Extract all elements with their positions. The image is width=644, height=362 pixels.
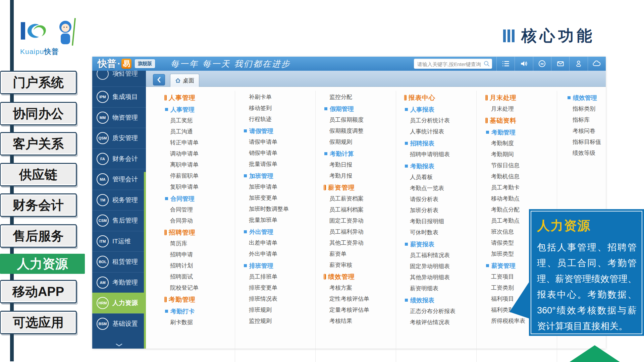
menu-item[interactable]: 考勤月报 bbox=[324, 170, 401, 181]
left-nav-item-4[interactable]: 供应链 bbox=[0, 163, 77, 186]
menu-item[interactable]: 行程轨迹 bbox=[243, 114, 320, 125]
menu-item[interactable]: 移动签到 bbox=[243, 103, 320, 114]
left-nav-item-5[interactable]: 财务会计 bbox=[0, 193, 77, 217]
left-nav-item-9[interactable]: 可选应用 bbox=[0, 311, 77, 334]
menu-item[interactable]: 招聘申请明细表 bbox=[404, 149, 481, 160]
menu-item[interactable]: 刷卡数据 bbox=[164, 317, 241, 328]
menu-subsection[interactable]: 假期管理 bbox=[324, 103, 401, 114]
menu-item[interactable]: 员工假期额度 bbox=[324, 114, 401, 125]
menu-item[interactable]: 考核问卷 bbox=[567, 125, 644, 136]
module-item-MM[interactable]: MM物资管理 bbox=[92, 107, 146, 128]
menu-item[interactable]: 定量考核评估单 bbox=[324, 304, 401, 315]
menu-item[interactable]: 考勤期间 bbox=[485, 149, 562, 160]
menu-item[interactable]: 外出申请单 bbox=[243, 248, 320, 259]
search-input[interactable] bbox=[417, 59, 482, 69]
menu-subsection[interactable]: 人事管理 bbox=[164, 104, 241, 115]
menu-item[interactable]: 薪资明细表 bbox=[404, 283, 481, 294]
menu-subsection[interactable]: 考勤打卡 bbox=[164, 306, 241, 317]
user-icon[interactable] bbox=[569, 57, 587, 71]
menu-item[interactable]: 其他工资异动 bbox=[324, 237, 401, 248]
menu-item[interactable]: 批量请假单 bbox=[243, 159, 320, 170]
menu-item[interactable]: 其他异动明细表 bbox=[404, 272, 481, 283]
menu-subsection[interactable]: 薪资报表 bbox=[404, 239, 481, 250]
menu-item[interactable]: 加班时数调整单 bbox=[243, 203, 320, 215]
menu-item[interactable]: 员工排班单 bbox=[243, 271, 320, 282]
menu-item[interactable]: 人员看板 bbox=[404, 172, 481, 183]
menu-item[interactable]: 固定工资异动 bbox=[324, 215, 401, 226]
left-nav-item-1[interactable]: 门户系统 bbox=[0, 71, 77, 94]
module-item-ITM[interactable]: ITMIT运维 bbox=[92, 231, 146, 252]
module-item-QSM[interactable]: QSM质安管理 bbox=[92, 128, 146, 148]
menu-item[interactable]: 考勤点一览表 bbox=[404, 183, 481, 194]
menu-item[interactable]: 复职申请单 bbox=[164, 181, 241, 192]
menu-item[interactable]: 考勤制度 bbox=[485, 138, 562, 149]
menu-subsection[interactable]: 请假管理 bbox=[243, 125, 320, 136]
menu-item[interactable]: 员工福利情况表 bbox=[404, 250, 481, 261]
menu-list-icon[interactable] bbox=[496, 57, 515, 71]
left-nav-item-8[interactable]: 移动APP bbox=[0, 280, 77, 303]
menu-item[interactable]: 员工奖惩 bbox=[164, 115, 241, 126]
menu-item[interactable]: 停薪留职单 bbox=[164, 170, 241, 181]
im-icon[interactable]: IM bbox=[533, 57, 551, 71]
menu-subsection[interactable]: 绩效管理 bbox=[567, 92, 644, 103]
menu-item[interactable]: 招聘申请 bbox=[164, 249, 241, 260]
menu-item[interactable]: 月末处理 bbox=[485, 103, 562, 114]
menu-item[interactable]: 监控分配 bbox=[324, 92, 401, 103]
menu-item[interactable]: 薪资单 bbox=[324, 248, 401, 259]
menu-item[interactable]: 招聘计划 bbox=[164, 260, 241, 271]
left-nav-item-3[interactable]: 客户关系 bbox=[0, 132, 77, 156]
menu-item[interactable]: 假期额度调整 bbox=[324, 125, 401, 136]
menu-item[interactable]: 绩效等级 bbox=[567, 147, 644, 159]
module-scroll-down-icon[interactable] bbox=[92, 343, 146, 347]
menu-item[interactable]: 考核方案 bbox=[324, 282, 401, 293]
menu-subsection[interactable]: 考勤报表 bbox=[404, 161, 481, 172]
module-item-IPM[interactable]: IPM集成项目 bbox=[92, 86, 146, 107]
menu-item[interactable]: 简历库 bbox=[164, 238, 241, 249]
menu-item[interactable]: 调动申请单 bbox=[164, 148, 241, 159]
module-scroll-up-icon[interactable] bbox=[92, 72, 146, 75]
menu-item[interactable]: 员工考勤卡 bbox=[485, 182, 562, 193]
menu-item[interactable]: 招聘面试 bbox=[164, 271, 241, 282]
menu-item[interactable]: 正态分布分析报表 bbox=[404, 306, 481, 317]
menu-item[interactable]: 监控规则 bbox=[243, 315, 320, 326]
left-nav-item-6[interactable]: 售后服务 bbox=[0, 224, 77, 248]
search-icon[interactable] bbox=[483, 60, 490, 68]
menu-item[interactable]: 考勤日报 bbox=[324, 159, 401, 170]
menu-item[interactable]: 加班申请单 bbox=[243, 181, 320, 192]
cloud-icon[interactable] bbox=[588, 57, 606, 71]
menu-item[interactable]: 员工薪资档案 bbox=[324, 193, 401, 204]
menu-item[interactable]: 请假分析表 bbox=[404, 194, 481, 205]
menu-item[interactable]: 请假申请单 bbox=[243, 136, 320, 147]
menu-item[interactable]: 合同管理 bbox=[164, 204, 241, 215]
menu-item[interactable]: 排班情况表 bbox=[243, 293, 320, 304]
mail-icon[interactable] bbox=[551, 57, 569, 71]
module-item-MA[interactable]: MA管理会计 bbox=[92, 169, 146, 190]
menu-item[interactable]: 指标类别 bbox=[567, 103, 644, 114]
menu-item[interactable]: 加班分析表 bbox=[404, 205, 481, 216]
module-item-CSM[interactable]: CSM售后管理 bbox=[92, 210, 146, 231]
menu-item[interactable]: 离职申请单 bbox=[164, 159, 241, 170]
menu-subsection[interactable]: 绩效报表 bbox=[404, 295, 481, 306]
menu-item[interactable]: 考勤日报明细 bbox=[404, 216, 481, 227]
menu-item[interactable]: 薪资审核 bbox=[324, 259, 401, 270]
menu-item[interactable]: 员工福利档案 bbox=[324, 204, 401, 215]
menu-subsection[interactable]: 考勤计算 bbox=[324, 148, 401, 159]
menu-item[interactable]: 员工福利异动 bbox=[324, 226, 401, 237]
menu-subsection[interactable]: 加班管理 bbox=[243, 170, 320, 181]
menu-item[interactable]: 节假日信息 bbox=[485, 160, 562, 171]
module-item-HRM[interactable]: HRM人力资源 bbox=[92, 293, 146, 313]
module-item-FA[interactable]: FA财务会计 bbox=[92, 148, 146, 169]
menu-item[interactable]: 合同异动 bbox=[164, 215, 241, 226]
menu-item[interactable]: 人事统计报表 bbox=[404, 126, 481, 137]
module-sidebar-scroll-indicator[interactable] bbox=[144, 172, 146, 349]
menu-item[interactable]: 考勤机信息 bbox=[485, 171, 562, 182]
menu-item[interactable]: 考核评估情况表 bbox=[404, 317, 481, 328]
menu-subsection[interactable]: 排班管理 bbox=[243, 260, 320, 271]
menu-subsection[interactable]: 人事报表 bbox=[404, 104, 481, 115]
module-item-TM[interactable]: TM税务管理 bbox=[92, 190, 146, 210]
menu-item[interactable]: 院校登记单 bbox=[164, 282, 241, 293]
menu-item[interactable]: 排班规则 bbox=[243, 304, 320, 315]
menu-item[interactable]: 员工沟通 bbox=[164, 126, 241, 137]
menu-item[interactable]: 补刷卡单 bbox=[243, 92, 320, 103]
menu-item[interactable]: 指标目标值 bbox=[567, 136, 644, 147]
